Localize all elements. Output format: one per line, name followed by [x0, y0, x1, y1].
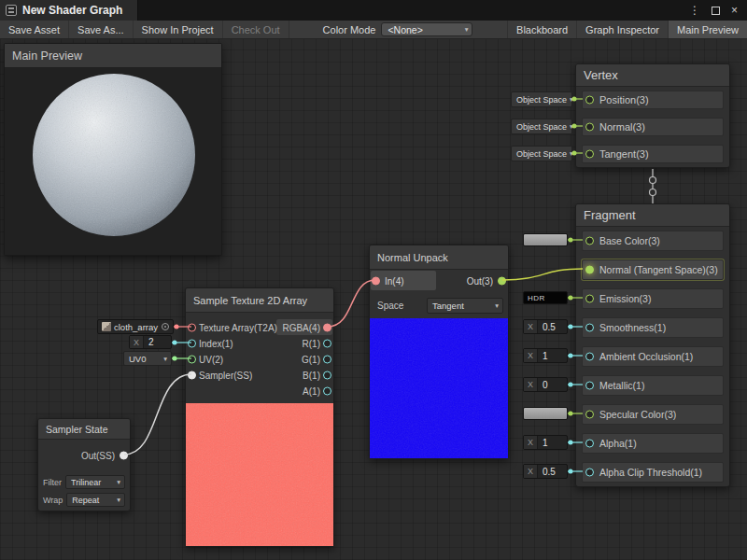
show-in-project-button[interactable]: Show In Project — [134, 21, 223, 38]
vertex-node[interactable]: Vertex Position(3) Normal(3) Tangent(3) — [575, 63, 730, 168]
graph-canvas[interactable]: Vertex Position(3) Normal(3) Tangent(3) … — [0, 39, 747, 560]
toolbar: Save Asset Save As... Show In Project Ch… — [0, 21, 747, 39]
sample-row-sampler-b: Sampler(SS) B(1) — [186, 367, 333, 383]
main-preview-body — [5, 68, 221, 255]
filter-dropdown[interactable]: Trilinear ▾ — [65, 475, 125, 489]
main-preview-header[interactable]: Main Preview — [5, 44, 221, 68]
port-rgba[interactable] — [323, 323, 331, 331]
normal-unpack-port-row: In(4) Out(3) — [370, 270, 508, 292]
shader-graph-tab[interactable]: New Shader Graph — [0, 0, 138, 21]
shader-graph-window: New Shader Graph ⋮ × Save Asset Save As.… — [0, 0, 747, 560]
save-as-button[interactable]: Save As... — [69, 21, 134, 38]
color-mode-dropdown[interactable]: <None> ▾ — [381, 22, 472, 36]
port-out-ss[interactable] — [120, 452, 128, 460]
object-picker-icon[interactable] — [162, 323, 169, 330]
port-ambient-occlusion[interactable] — [585, 353, 594, 361]
tangent-space-dropdown[interactable]: Object Space▾ — [511, 146, 572, 161]
filter-row: Filter Trilinear ▾ — [43, 475, 125, 489]
edge-out-to-normal[interactable] — [502, 269, 583, 280]
index-float-field[interactable]: X 2 — [129, 335, 172, 349]
port-sampler-input[interactable] — [188, 371, 196, 379]
blackboard-toggle[interactable]: Blackboard — [507, 21, 576, 38]
fragment-row-alpha-clip[interactable]: Alpha Clip Threshold(1) — [582, 462, 724, 483]
maximize-icon[interactable] — [712, 7, 720, 15]
main-preview-toggle[interactable]: Main Preview — [668, 21, 747, 38]
port-a[interactable] — [323, 386, 331, 395]
fragment-row-emission[interactable]: Emission(3) — [582, 288, 724, 309]
wrap-row: Wrap Repeat ▾ — [43, 493, 125, 507]
emission-hdr-field[interactable]: HDR — [523, 291, 568, 304]
fragment-node[interactable]: Fragment Base Color(3) Normal (Tangent S… — [575, 203, 730, 487]
edge-samplerstate-to-sampler[interactable] — [124, 374, 191, 455]
port-g[interactable] — [323, 355, 331, 363]
port-index[interactable] — [188, 339, 196, 347]
port-position[interactable] — [585, 96, 594, 105]
wrap-dropdown[interactable]: Repeat ▾ — [66, 493, 125, 507]
port-r[interactable] — [323, 339, 331, 347]
fragment-row-ambient-occlusion[interactable]: Ambient Occlusion(1) — [582, 346, 724, 367]
main-preview-panel[interactable]: Main Preview — [4, 43, 222, 256]
sample-texture-2d-array-node[interactable]: Sample Texture 2D Array Texture Array(T2… — [185, 287, 334, 547]
port-base-color[interactable] — [585, 237, 594, 245]
axis-label: X — [524, 320, 538, 333]
vertex-node-header: Vertex — [576, 64, 729, 87]
window-title: New Shader Graph — [22, 4, 122, 17]
position-space-dropdown[interactable]: Object Space▾ — [511, 91, 572, 107]
color-mode-value: <None> — [388, 24, 422, 35]
specular-color-swatch[interactable] — [523, 407, 568, 420]
chevron-down-icon: ▾ — [163, 355, 167, 363]
space-dropdown[interactable]: Tangent ▾ — [427, 298, 503, 314]
port-texture-array[interactable] — [188, 323, 196, 331]
port-b[interactable] — [323, 371, 331, 379]
port-metallic[interactable] — [585, 382, 594, 390]
vertex-row-position[interactable]: Position(3) — [582, 91, 724, 109]
base-color-swatch[interactable] — [523, 233, 568, 246]
texture-thumbnail-icon — [102, 322, 111, 331]
fragment-row-normal[interactable]: Normal (Tangent Space)(3) — [582, 259, 724, 280]
cloth-array-object-field[interactable]: cloth_array — [97, 319, 174, 334]
port-alpha[interactable] — [585, 440, 594, 448]
port-alpha-clip-threshold[interactable] — [585, 469, 594, 477]
port-normal-tangent-space[interactable] — [585, 266, 594, 274]
normal-unpack-node[interactable]: Normal Unpack In(4) Out(3) Space Tangent… — [369, 245, 509, 459]
fragment-row-alpha[interactable]: Alpha(1) — [582, 433, 724, 454]
port-uv[interactable] — [188, 355, 196, 363]
metallic-float-field[interactable]: X 0 — [523, 377, 568, 392]
sample-node-texture-preview — [186, 403, 333, 546]
axis-label: X — [524, 349, 538, 362]
axis-label: X — [524, 436, 538, 449]
port-smoothness[interactable] — [585, 324, 594, 332]
port-in[interactable] — [372, 277, 380, 286]
sample-row-index-r: Index(1) R(1) — [186, 335, 333, 351]
uv-channel-dropdown[interactable]: UV0 ▾ — [123, 351, 172, 366]
fragment-row-metallic[interactable]: Metallic(1) — [582, 375, 724, 396]
sampler-state-header: Sampler State — [38, 419, 130, 440]
window-controls: ⋮ × — [689, 5, 747, 16]
graph-inspector-toggle[interactable]: Graph Inspector — [576, 21, 668, 38]
port-vertex-normal[interactable] — [585, 123, 594, 132]
sample-row-uv-g: UV(2) G(1) — [186, 351, 333, 367]
port-emission[interactable] — [585, 295, 594, 303]
ambient-occlusion-float-field[interactable]: X 1 — [523, 348, 568, 363]
chevron-down-icon: ▾ — [570, 149, 573, 158]
check-out-button: Check Out — [223, 21, 289, 38]
fragment-row-smoothness[interactable]: Smoothness(1) — [582, 317, 724, 338]
sampler-state-out-row: Out(SS) — [38, 440, 130, 471]
port-specular-color[interactable] — [585, 411, 594, 419]
close-icon[interactable]: × — [731, 5, 738, 16]
vertex-row-normal[interactable]: Normal(3) — [582, 118, 724, 136]
port-tangent[interactable] — [585, 150, 594, 159]
fragment-row-specular-color[interactable]: Specular Color(3) — [582, 404, 724, 425]
fragment-row-base-color[interactable]: Base Color(3) — [582, 231, 724, 251]
normal-space-dropdown[interactable]: Object Space▾ — [511, 119, 572, 134]
sampler-state-node[interactable]: Sampler State Out(SS) Filter Trilinear ▾… — [37, 418, 131, 511]
smoothness-float-field[interactable]: X 0.5 — [523, 319, 568, 334]
alpha-float-field[interactable]: X 1 — [523, 435, 568, 450]
alpha-clip-float-field[interactable]: X 0.5 — [523, 464, 568, 479]
port-out[interactable] — [498, 277, 506, 286]
vertex-row-tangent[interactable]: Tangent(3) — [582, 145, 724, 163]
menu-icon[interactable]: ⋮ — [689, 5, 700, 16]
chevron-down-icon: ▾ — [117, 478, 120, 486]
edge-vertex-to-fragment[interactable] — [650, 169, 656, 203]
save-asset-button[interactable]: Save Asset — [0, 21, 69, 38]
